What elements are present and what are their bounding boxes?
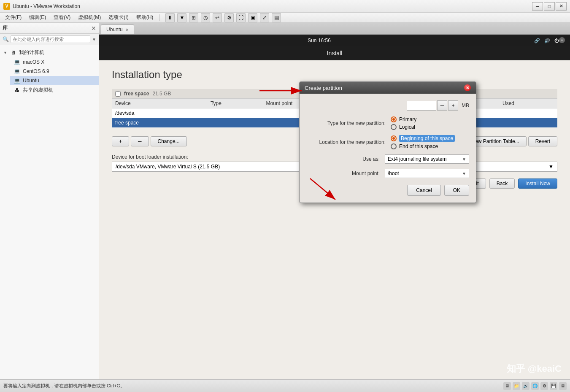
sidebar-close-button[interactable]: ✕ bbox=[91, 25, 96, 32]
unity-icon[interactable]: ▣ bbox=[248, 13, 257, 22]
resize-icon[interactable]: ⤢ bbox=[260, 13, 269, 22]
vm-screen[interactable]: Sun 16:56 🔗 🔊 ⏻ ▼ Install ● Installation… bbox=[99, 35, 570, 379]
sidebar-my-computer[interactable]: ▼ 🖥 我的计算机 bbox=[0, 48, 99, 57]
dialog-title: Create partition bbox=[305, 85, 342, 91]
vm-icon-ubuntu: 💻 bbox=[14, 77, 20, 84]
main-layout: 库 ✕ 🔍 ▼ ▼ 🖥 我的计算机 💻 macOS X 💻 CentOS 6. bbox=[0, 23, 570, 379]
sidebar: 库 ✕ 🔍 ▼ ▼ 🖥 我的计算机 💻 macOS X 💻 CentOS 6. bbox=[0, 23, 99, 379]
sidebar-content: ▼ 🖥 我的计算机 💻 macOS X 💻 CentOS 6.9 💻 Ubunt… bbox=[0, 45, 99, 379]
status-bar: 要将输入定向到虚拟机，请在虚拟机内部单击或按 Ctrl+G。 🖥 📁 🔊 🌐 ⚙… bbox=[0, 379, 570, 392]
radio-primary-circle bbox=[391, 116, 397, 122]
dialog-title-bar: Create partition ✕ bbox=[300, 82, 476, 94]
search-input[interactable] bbox=[11, 35, 90, 43]
taskbar-icon-7[interactable]: 🖥 bbox=[559, 382, 567, 390]
sidebar-item-centos[interactable]: 💻 CentOS 6.9 bbox=[10, 67, 99, 76]
location-options: Beginning of this space End of this spac… bbox=[391, 135, 469, 149]
pause-icon[interactable]: ⏸ bbox=[165, 13, 175, 22]
mount-label: Mount point: bbox=[306, 170, 385, 176]
install-window-header: Install ● bbox=[99, 46, 570, 60]
size-input[interactable]: 256 bbox=[407, 101, 436, 111]
tab-label: Ubuntu bbox=[106, 27, 123, 32]
mount-dropdown[interactable]: /boot ▼ bbox=[385, 169, 469, 178]
minimize-button[interactable]: ─ bbox=[532, 2, 543, 11]
menu-help[interactable]: 帮助(H) bbox=[133, 13, 157, 22]
cancel-button[interactable]: Cancel bbox=[407, 185, 440, 196]
size-input-group: 256 ─ + MB bbox=[306, 100, 469, 111]
size-increase-button[interactable]: + bbox=[448, 100, 458, 111]
vm-icon-centos: 💻 bbox=[14, 68, 20, 75]
radio-end[interactable]: End of this space bbox=[391, 143, 469, 149]
radio-logical-circle bbox=[391, 124, 397, 130]
location-radio-group: Beginning of this space End of this spac… bbox=[391, 135, 469, 149]
menu-tabs[interactable]: 选项卡(I) bbox=[105, 13, 132, 22]
close-button[interactable]: ✕ bbox=[556, 2, 567, 11]
use-as-dropdown[interactable]: Ext4 journaling file system ▼ bbox=[385, 154, 469, 164]
ok-button[interactable]: OK bbox=[444, 185, 469, 196]
ubuntu-tab[interactable]: Ubuntu ✕ bbox=[101, 24, 134, 34]
radio-beginning[interactable]: Beginning of this space bbox=[391, 135, 469, 142]
dialog-body: 256 ─ + MB Type for the new partition: bbox=[300, 94, 476, 203]
expand-arrow-icon: ▼ bbox=[3, 51, 7, 55]
clone-icon[interactable]: ⊞ bbox=[189, 13, 198, 22]
volume-icon: 🔊 bbox=[544, 38, 550, 43]
settings-icon[interactable]: ⚙ bbox=[224, 13, 234, 22]
search-dropdown-icon[interactable]: ▼ bbox=[92, 37, 96, 42]
sidebar-item-ubuntu[interactable]: 💻 Ubuntu bbox=[10, 76, 99, 85]
computer-icon: 🖥 bbox=[10, 49, 16, 56]
size-row: 256 ─ + MB bbox=[306, 100, 469, 111]
sidebar-search: 🔍 ▼ bbox=[0, 34, 99, 45]
tab-bar: Ubuntu ✕ bbox=[99, 23, 570, 35]
partition-type-row: Type for the new partition: Primary bbox=[306, 116, 469, 130]
sidebar-item-macos[interactable]: 💻 macOS X bbox=[10, 57, 99, 67]
taskbar-icon-6[interactable]: 💾 bbox=[550, 382, 557, 390]
use-as-label: Use as: bbox=[306, 156, 385, 162]
maximize-button[interactable]: □ bbox=[544, 2, 555, 11]
dropdown-icon[interactable]: ▼ bbox=[177, 13, 186, 22]
sidebar-header: 库 ✕ bbox=[0, 23, 99, 34]
radio-logical[interactable]: Logical bbox=[391, 124, 469, 130]
right-panel: Ubuntu ✕ Sun 16:56 🔗 🔊 ⏻ ▼ Install ● bbox=[99, 23, 570, 379]
taskbar-icons: 🖥 📁 🔊 🌐 ⚙ 💾 🖥 bbox=[503, 382, 567, 390]
menu-separator bbox=[159, 14, 159, 21]
install-window-title: Install bbox=[327, 50, 343, 57]
menu-file[interactable]: 文件(F) bbox=[2, 13, 25, 22]
snapshot-icon[interactable]: ◷ bbox=[201, 13, 210, 22]
taskbar-icon-4[interactable]: 🌐 bbox=[531, 382, 539, 390]
mount-value: /boot bbox=[388, 170, 399, 176]
menu-edit[interactable]: 编辑(E) bbox=[26, 13, 49, 22]
ubuntu-time: Sun 16:56 bbox=[308, 38, 331, 43]
revert-icon[interactable]: ↩ bbox=[213, 13, 222, 22]
sidebar-item-shared[interactable]: 🖧 共享的虚拟机 bbox=[10, 85, 99, 95]
taskbar-icon-1[interactable]: 🖥 bbox=[503, 382, 511, 390]
tab-close-icon[interactable]: ✕ bbox=[125, 27, 129, 32]
dialog-buttons: Cancel OK bbox=[306, 185, 469, 196]
menu-bar: 文件(F) 编辑(E) 查看(V) 虚拟机(M) 选项卡(I) 帮助(H) ⏸ … bbox=[0, 13, 570, 23]
toolbar: ⏸ ▼ ⊞ ◷ ↩ ⚙ ⛶ ▣ ⤢ ▤ bbox=[165, 13, 281, 22]
install-content: Installation type free space 21.5 GB Dev… bbox=[99, 60, 570, 379]
menu-view[interactable]: 查看(V) bbox=[50, 13, 74, 22]
taskbar-icon-3[interactable]: 🔊 bbox=[522, 382, 529, 390]
use-as-selector[interactable]: Ext4 journaling file system ▼ bbox=[385, 154, 469, 164]
taskbar-icon-2[interactable]: 📁 bbox=[513, 382, 520, 390]
status-text: 要将输入定向到虚拟机，请在虚拟机内部单击或按 Ctrl+G。 bbox=[3, 383, 125, 389]
menu-vm[interactable]: 虚拟机(M) bbox=[75, 13, 104, 22]
install-close-btn[interactable]: ● bbox=[559, 37, 565, 43]
title-bar: V Ubuntu - VMware Workstation ─ □ ✕ bbox=[0, 0, 570, 13]
radio-primary[interactable]: Primary bbox=[391, 116, 469, 122]
console-icon[interactable]: ▤ bbox=[272, 13, 281, 22]
window-title: Ubuntu - VMware Workstation bbox=[13, 3, 80, 9]
shared-vm-icon: 🖧 bbox=[14, 87, 20, 94]
mount-point-row: Mount point: /boot ▼ bbox=[306, 169, 469, 178]
mount-selector[interactable]: /boot ▼ bbox=[385, 169, 469, 178]
size-decrease-button[interactable]: ─ bbox=[437, 100, 447, 111]
type-label: Type for the new partition: bbox=[306, 120, 391, 126]
type-options: Primary Logical bbox=[391, 116, 469, 130]
ubuntu-top-bar: Sun 16:56 🔗 🔊 ⏻ ▼ bbox=[99, 35, 570, 46]
vm-icon-macos: 💻 bbox=[14, 59, 20, 65]
create-partition-dialog: Create partition ✕ 256 ─ + MB bbox=[299, 81, 476, 203]
use-as-row: Use as: Ext4 journaling file system ▼ bbox=[306, 154, 469, 164]
use-as-dropdown-icon: ▼ bbox=[462, 157, 466, 162]
fullscreen-icon[interactable]: ⛶ bbox=[236, 13, 246, 22]
taskbar-icon-5[interactable]: ⚙ bbox=[540, 382, 548, 390]
dialog-close-button[interactable]: ✕ bbox=[464, 84, 471, 91]
